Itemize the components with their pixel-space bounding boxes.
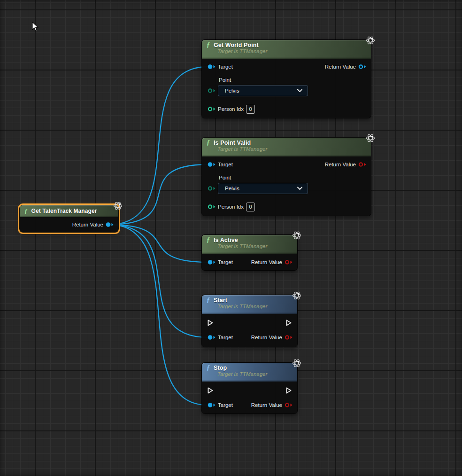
node-title: Get World Point xyxy=(214,42,259,48)
node-title: Get TalenTrack Manager xyxy=(31,208,97,214)
node-header[interactable]: ƒ Is Point Valid Target is TTManager xyxy=(202,138,371,156)
wire-manager-to-ispointvalid[interactable] xyxy=(109,164,208,225)
orbit-icon xyxy=(292,358,302,368)
wire-manager-to-stop[interactable] xyxy=(109,225,208,405)
node-title: Start xyxy=(214,297,227,304)
target-pin-label: Target xyxy=(218,402,233,408)
node-subtitle: Target is TTManager xyxy=(217,371,293,377)
return-value-pin[interactable] xyxy=(358,162,366,167)
person-idx-pin[interactable] xyxy=(208,106,216,112)
orbit-icon xyxy=(292,290,302,301)
node-header[interactable]: ƒ Get World Point Target is TTManager xyxy=(202,40,371,59)
return-value-label: Return Value xyxy=(72,222,103,227)
target-pin[interactable] xyxy=(208,259,216,265)
node-subtitle: Target is TTManager xyxy=(217,243,293,249)
node-is-active[interactable]: ƒ Is Active Target is TTManager Target R… xyxy=(202,235,297,270)
exec-out-pin[interactable] xyxy=(285,320,292,326)
node-title: Is Active xyxy=(214,237,238,243)
node-title: Stop xyxy=(214,365,227,371)
return-value-label: Return Value xyxy=(325,64,356,70)
function-icon: ƒ xyxy=(207,365,210,371)
function-icon: ƒ xyxy=(207,42,210,48)
return-value-pin[interactable] xyxy=(358,64,366,70)
orbit-icon xyxy=(113,201,123,211)
node-is-point-valid[interactable]: ƒ Is Point Valid Target is TTManager Tar… xyxy=(202,138,371,216)
point-pin[interactable] xyxy=(208,88,216,94)
node-subtitle: Target is TTManager xyxy=(217,304,293,309)
point-dropdown[interactable]: Pelvis xyxy=(218,85,308,96)
orbit-icon xyxy=(365,133,376,143)
person-idx-input[interactable]: 0 xyxy=(246,203,255,211)
target-pin-label: Target xyxy=(218,335,233,340)
return-value-pin[interactable] xyxy=(106,222,114,227)
target-pin[interactable] xyxy=(208,335,216,340)
orbit-icon xyxy=(365,35,376,46)
person-idx-label: Person Idx xyxy=(218,106,244,112)
chevron-down-icon xyxy=(297,89,302,93)
exec-in-pin[interactable] xyxy=(207,320,214,326)
chevron-down-icon xyxy=(297,187,302,190)
node-get-world-point[interactable]: ƒ Get World Point Target is TTManager Ta… xyxy=(202,40,371,118)
person-idx-label: Person Idx xyxy=(218,204,244,210)
point-pin-label: Point xyxy=(219,175,231,180)
point-dropdown-value: Pelvis xyxy=(225,186,239,191)
point-dropdown[interactable]: Pelvis xyxy=(218,183,308,194)
wire-manager-to-start[interactable] xyxy=(109,225,208,337)
point-dropdown-value: Pelvis xyxy=(225,88,239,94)
node-stop[interactable]: ƒ Stop Target is TTManager Target Return… xyxy=(202,363,297,414)
exec-in-pin[interactable] xyxy=(207,387,214,394)
return-value-pin[interactable] xyxy=(285,259,293,265)
function-icon: ƒ xyxy=(207,237,210,243)
point-pin-label: Point xyxy=(219,77,231,83)
node-header[interactable]: ƒ Is Active Target is TTManager xyxy=(202,235,297,254)
target-pin-label: Target xyxy=(218,259,233,265)
function-icon: ƒ xyxy=(207,140,210,146)
node-header[interactable]: ƒ Get TalenTrack Manager xyxy=(20,205,118,217)
blueprint-graph-canvas[interactable]: ƒ Get World Point Target is TTManager Ta… xyxy=(0,0,462,476)
node-subtitle: Target is TTManager xyxy=(217,146,366,152)
function-icon: ƒ xyxy=(24,208,28,214)
node-get-talentrack-manager[interactable]: ƒ Get TalenTrack Manager Return Value xyxy=(20,205,118,232)
person-idx-input[interactable]: 0 xyxy=(246,105,255,114)
return-value-pin[interactable] xyxy=(285,402,293,408)
return-value-label: Return Value xyxy=(325,162,356,167)
point-pin[interactable] xyxy=(208,186,216,191)
orbit-icon xyxy=(292,230,302,241)
mouse-cursor-icon xyxy=(32,22,39,32)
target-pin[interactable] xyxy=(208,162,216,167)
wire-manager-to-isactive[interactable] xyxy=(109,225,208,262)
return-value-label: Return Value xyxy=(251,259,282,265)
target-pin[interactable] xyxy=(208,402,216,408)
node-title: Is Point Valid xyxy=(214,140,251,146)
node-start[interactable]: ƒ Start Target is TTManager Target Retur… xyxy=(202,295,297,347)
target-pin-label: Target xyxy=(218,162,233,167)
function-icon: ƒ xyxy=(207,297,210,304)
node-subtitle: Target is TTManager xyxy=(217,48,366,54)
node-header[interactable]: ƒ Start Target is TTManager xyxy=(202,295,297,314)
return-value-pin[interactable] xyxy=(285,335,293,340)
return-value-label: Return Value xyxy=(251,335,282,340)
exec-out-pin[interactable] xyxy=(285,387,292,394)
wire-manager-to-getworldpoint[interactable] xyxy=(109,67,208,225)
return-value-label: Return Value xyxy=(251,402,282,408)
target-pin[interactable] xyxy=(208,64,216,70)
person-idx-pin[interactable] xyxy=(208,204,216,210)
target-pin-label: Target xyxy=(218,64,233,70)
node-header[interactable]: ƒ Stop Target is TTManager xyxy=(202,363,297,382)
